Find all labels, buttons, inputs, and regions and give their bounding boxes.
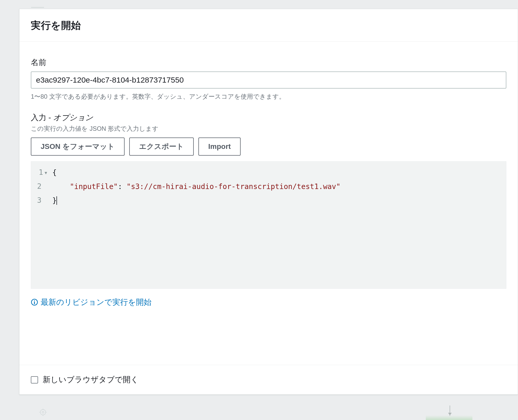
input-label-sep: - — [48, 113, 51, 122]
start-execution-modal: 実行を開始 名前 1〜80 文字である必要があります。英数字、ダッシュ、アンダー… — [19, 9, 518, 395]
modal-footer: 新しいブラウザタブで開く — [19, 365, 518, 394]
info-icon — [31, 299, 38, 306]
tab-remnant — [31, 0, 44, 8]
workflow-arrowhead — [448, 413, 452, 415]
code-line[interactable]: } — [52, 194, 503, 208]
canvas-controls — [38, 408, 48, 417]
center-icon[interactable] — [38, 408, 48, 417]
latest-revision-link[interactable]: 最新のリビジョンで実行を開始 — [41, 297, 152, 308]
svg-point-0 — [42, 411, 44, 413]
name-input[interactable] — [31, 71, 506, 89]
modal-header: 実行を開始 — [19, 9, 518, 42]
open-new-tab-row: 新しいブラウザタブで開く — [31, 374, 506, 385]
page-background: 実行を開始 名前 1〜80 文字である必要があります。英数字、ダッシュ、アンダー… — [0, 0, 518, 420]
export-button[interactable]: エクスポート — [129, 137, 194, 156]
name-label: 名前 — [31, 57, 506, 68]
open-new-tab-checkbox[interactable] — [31, 376, 38, 383]
workflow-node-hint — [426, 415, 472, 420]
format-json-button[interactable]: JSON をフォーマット — [31, 137, 125, 156]
input-label-optional: オプション — [53, 112, 93, 123]
import-button[interactable]: Import — [198, 137, 241, 156]
gutter-line: 3 — [31, 194, 47, 208]
code-line[interactable]: { — [52, 166, 503, 180]
json-code-editor[interactable]: 1▼23 { "inputFile": "s3://cm-hirai-audio… — [31, 161, 506, 289]
modal-title: 実行を開始 — [31, 19, 506, 32]
modal-body: 名前 1〜80 文字である必要があります。英数字、ダッシュ、アンダースコアを使用… — [19, 42, 518, 365]
svg-rect-8 — [34, 302, 35, 304]
input-section-label: 入力 - オプション — [31, 112, 506, 123]
revision-link-row: 最新のリビジョンで実行を開始 — [31, 297, 506, 308]
name-helper-text: 1〜80 文字である必要があります。英数字、ダッシュ、アンダースコアを使用できま… — [31, 92, 506, 101]
input-label-main: 入力 — [31, 112, 46, 123]
input-description: この実行の入力値を JSON 形式で入力します — [31, 125, 506, 133]
gutter-line: 2 — [31, 180, 47, 194]
text-cursor — [56, 196, 57, 205]
code-line[interactable]: "inputFile": "s3://cm-hirai-audio-for-tr… — [52, 180, 503, 194]
gutter-line: 1▼ — [31, 166, 47, 180]
svg-point-1 — [40, 410, 46, 415]
editor-body[interactable]: { "inputFile": "s3://cm-hirai-audio-for-… — [50, 162, 506, 288]
editor-gutter: 1▼23 — [31, 162, 50, 288]
open-new-tab-label[interactable]: 新しいブラウザタブで開く — [43, 374, 139, 385]
input-button-row: JSON をフォーマット エクスポート Import — [31, 137, 506, 156]
svg-point-7 — [34, 300, 35, 301]
fold-arrow-icon[interactable]: ▼ — [45, 171, 47, 175]
